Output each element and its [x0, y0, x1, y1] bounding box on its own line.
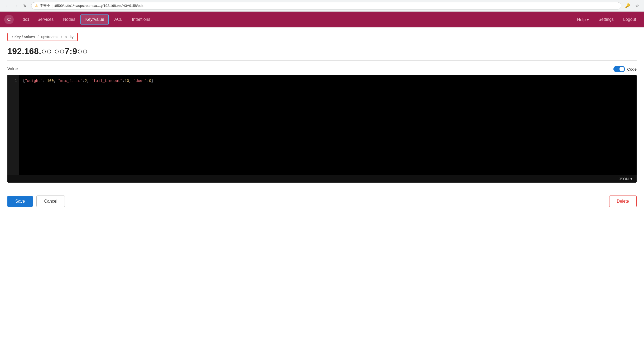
- code-text[interactable]: {"weight": 100, "max_fails":2, "fail_tim…: [19, 75, 637, 175]
- action-bar: Save Cancel Delete: [7, 196, 637, 207]
- value-section: Value Code 1 {"weight": 100, "max_fails"…: [7, 66, 637, 183]
- val-fail-timeout: 10: [125, 79, 129, 83]
- comma-2: ,: [87, 79, 92, 83]
- language-label: JSON: [619, 177, 629, 181]
- nav-item-intentions[interactable]: Intentions: [128, 15, 154, 24]
- nav-item-acl[interactable]: ACL: [110, 15, 127, 24]
- language-selector[interactable]: JSON ▼: [619, 177, 633, 181]
- logout-button[interactable]: Logout: [619, 15, 640, 24]
- breadcrumb-sep-0: /: [37, 35, 39, 39]
- colon-3: :: [122, 79, 124, 83]
- breadcrumb-item-2[interactable]: a...ity: [65, 35, 73, 39]
- cancel-button[interactable]: Cancel: [36, 196, 65, 207]
- app-logo: C: [4, 15, 14, 24]
- browser-nav-buttons: ← → ↻: [3, 2, 28, 9]
- comma-1: ,: [54, 79, 58, 83]
- nav-item-nodes[interactable]: Nodes: [59, 15, 79, 24]
- value-label: Value: [7, 67, 18, 71]
- settings-button[interactable]: Settings: [595, 15, 617, 24]
- nav-items: Services Nodes Key/Value ACL Intentions: [33, 14, 573, 25]
- warning-text: 不安全: [40, 3, 50, 8]
- val-max-fails: 2: [85, 79, 87, 83]
- nav-item-keyvalue[interactable]: Key/Value: [80, 14, 109, 25]
- page-title: 192.168.○○ ○○7:9○○: [7, 46, 637, 56]
- code-toggle-label: Code: [627, 67, 637, 71]
- close-brace: }: [151, 79, 153, 83]
- lang-dropdown-arrow-icon: ▼: [630, 177, 633, 181]
- line-numbers: 1: [7, 75, 19, 175]
- editor-footer: JSON ▼: [7, 175, 637, 183]
- key-fail-timeout: "fail_timeout": [92, 79, 123, 83]
- consul-logo-icon: C: [4, 15, 14, 24]
- title-divider: [7, 60, 637, 61]
- code-content: 1 {"weight": 100, "max_fails":2, "fail_t…: [7, 75, 637, 175]
- breadcrumb-back-arrow: ‹: [12, 35, 13, 39]
- value-header: Value Code: [7, 66, 637, 72]
- url-text: :8500/ui/dc1/kv/upstreams/a....y/192.168…: [54, 4, 617, 8]
- breadcrumb: ‹ Key / Values / upstreams / a...ity: [7, 33, 78, 41]
- delete-button[interactable]: Delete: [609, 196, 637, 207]
- url-separator: |: [52, 4, 52, 8]
- security-warning-icon: ⚠: [35, 4, 38, 8]
- help-button[interactable]: Help ▾: [573, 15, 593, 24]
- browser-chrome: ← → ↻ ⚠ 不安全 | :8500/ui/dc1/kv/upstreams/…: [0, 0, 644, 12]
- breadcrumb-item-0[interactable]: Key / Values: [15, 35, 35, 39]
- save-button[interactable]: Save: [7, 196, 33, 207]
- line-number-1: 1: [9, 78, 17, 84]
- nav-right: Help ▾ Settings Logout: [573, 15, 640, 24]
- browser-actions: 🔑 ☆: [624, 2, 641, 9]
- breadcrumb-item-1[interactable]: upstreams: [41, 35, 58, 39]
- address-bar[interactable]: ⚠ 不安全 | :8500/ui/dc1/kv/upstreams/a....y…: [31, 2, 621, 9]
- comma-3: ,: [129, 79, 133, 83]
- code-editor: 1 {"weight": 100, "max_fails":2, "fail_t…: [7, 75, 637, 183]
- reload-button[interactable]: ↻: [21, 2, 28, 9]
- colon-1: :: [43, 79, 47, 83]
- app-navbar: C dc1 Services Nodes Key/Value ACL Inten…: [0, 12, 644, 27]
- nav-item-services[interactable]: Services: [33, 15, 58, 24]
- key-max-fails: "max_fails": [58, 79, 82, 83]
- val-weight: 100: [47, 79, 54, 83]
- breadcrumb-sep-1: /: [61, 35, 62, 39]
- dc-label: dc1: [19, 15, 33, 24]
- key-weight: "weight": [25, 79, 42, 83]
- key-icon[interactable]: 🔑: [624, 2, 631, 9]
- forward-button[interactable]: →: [12, 2, 20, 9]
- back-button[interactable]: ←: [3, 2, 11, 9]
- action-divider: [7, 188, 637, 188]
- code-toggle[interactable]: [613, 66, 625, 72]
- key-down: "down": [133, 79, 147, 83]
- code-toggle-area: Code: [613, 66, 637, 72]
- star-icon[interactable]: ☆: [633, 2, 641, 9]
- colon-4: :: [147, 79, 149, 83]
- toggle-slider: [613, 66, 625, 72]
- main-content: ‹ Key / Values / upstreams / a...ity 192…: [0, 27, 644, 212]
